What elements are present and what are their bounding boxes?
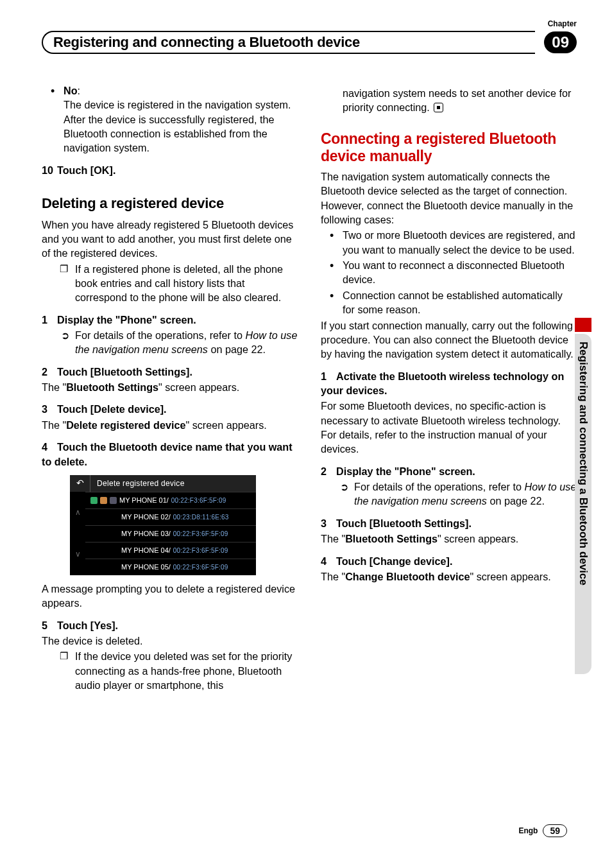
case-2: You want to reconnect a disconnected Blu…	[321, 258, 577, 287]
side-tab: Registering and connecting a Bluetooth d…	[575, 334, 591, 674]
step-1-sub-c: on page 22.	[208, 343, 266, 355]
title-bar: Registering and connecting a Bluetooth d…	[42, 31, 577, 54]
step-3-text: Touch [Delete device].	[57, 403, 167, 415]
ss-row-3-name: MY PHONE 03/	[121, 529, 171, 539]
ss-scroll: ∧ ∨	[70, 492, 85, 575]
title-bar-outline: Registering and connecting a Bluetooth d…	[42, 31, 535, 54]
ss-row-5-addr: 00:22:F3:6F:5F:09	[173, 563, 228, 572]
ss-row-2-addr: 00:23:D8:11:6E:63	[173, 513, 229, 522]
connect-intro: The navigation system automatically conn…	[321, 169, 577, 227]
page-footer: Engb 59	[518, 824, 567, 837]
delete-note: If a registered phone is deleted, all th…	[42, 262, 298, 305]
r4b: Change Bluetooth device	[345, 571, 470, 582]
page-number: 59	[543, 824, 567, 837]
content-columns: No: The device is registered in the navi…	[42, 83, 577, 803]
s3c: " screen appears.	[185, 419, 266, 431]
ss-title: Delete registered device	[90, 478, 185, 489]
s2c: " screen appears.	[158, 381, 239, 393]
ss-row-4-name: MY PHONE 04/	[121, 546, 171, 555]
step-10-text: Touch [OK].	[57, 164, 115, 176]
ss-row-3-addr: 00:22:F3:6F:5F:09	[173, 530, 228, 539]
r2c: on page 22.	[487, 495, 545, 507]
delete-intro: When you have already registered 5 Bluet…	[42, 218, 298, 261]
page: Chapter Registering and connecting a Blu…	[0, 0, 612, 868]
r3a: The "	[321, 533, 345, 544]
rstep-1-text: Activate the Bluetooth wireless technolo…	[321, 370, 564, 396]
ss-list: MY PHONE 01/00:22:F3:6F:5F:09 MY PHONE 0…	[85, 492, 256, 575]
r2a: For details of the operations, refer to	[354, 481, 524, 492]
audio-icon	[100, 497, 107, 504]
ss-body: ∧ ∨ MY PHONE 01/00:22:F3:6F:5F:09 MY PHO…	[70, 492, 256, 575]
ss-back-icon: ↶	[70, 475, 90, 492]
ss-row-5: MY PHONE 05/00:22:F3:6F:5F:09	[85, 559, 256, 575]
rstep-1: 1Activate the Bluetooth wireless technol…	[321, 369, 577, 398]
step-1-sub-a: For details of the operations, refer to	[75, 329, 245, 341]
rstep-2-text: Display the "Phone" screen.	[336, 465, 475, 477]
device-icon	[110, 497, 117, 504]
page-title: Registering and connecting a Bluetooth d…	[53, 34, 360, 51]
ss-row-4-addr: 00:22:F3:6F:5F:09	[173, 546, 228, 555]
rstep-3-after: The "Bluetooth Settings" screen appears.	[321, 532, 577, 546]
right-continuation: navigation system needs to set another d…	[321, 86, 577, 115]
ss-row-2: MY PHONE 02/00:23:D8:11:6E:63	[85, 508, 256, 525]
case-1: Two or more Bluetooth devices are regist…	[321, 228, 577, 257]
step-2-after: The "Bluetooth Settings" screen appears.	[42, 380, 298, 394]
no-item: No: The device is registered in the navi…	[42, 83, 298, 155]
chapter-number-pill: 09	[544, 31, 577, 53]
step-5-after: The device is deleted.	[42, 634, 298, 648]
footer-lang: Engb	[518, 826, 538, 835]
ss-row-5-name: MY PHONE 05/	[121, 562, 171, 572]
step-5-text: Touch [Yes].	[57, 620, 118, 631]
rstep-4: 4Touch [Change device].	[321, 554, 577, 568]
step-2: 2Touch [Bluetooth Settings].	[42, 365, 298, 379]
delete-device-screenshot: ↶ Delete registered device ∧ ∨ MY PHONE …	[70, 475, 256, 575]
no-text: The device is registered in the navigati…	[64, 98, 298, 155]
s3a: The "	[42, 419, 66, 431]
step-5: 5Touch [Yes].	[42, 618, 298, 632]
ss-header: ↶ Delete registered device	[70, 475, 256, 492]
rstep-2: 2Display the "Phone" screen.	[321, 464, 577, 478]
r3c: " screen appears.	[438, 533, 518, 544]
step-5-sub: If the device you deleted was set for th…	[42, 649, 298, 692]
ss-row-1-addr: 00:22:F3:6F:5F:09	[171, 496, 226, 505]
rstep-1-after: For some Bluetooth devices, no specific-…	[321, 399, 577, 456]
s2b: Bluetooth Settings	[66, 381, 158, 393]
rstep-4-after: The "Change Bluetooth device" screen app…	[321, 569, 577, 584]
connect-after-bullets: If you start connection manually, carry …	[321, 318, 577, 361]
ss-scroll-down-icon: ∨	[70, 534, 85, 575]
step-1-text: Display the "Phone" screen.	[57, 314, 196, 326]
s3b: Delete registered device	[66, 419, 185, 431]
heading-deleting: Deleting a registered device	[42, 194, 298, 213]
step-10: 10Touch [OK].	[42, 163, 298, 177]
rstep-4-text: Touch [Change device].	[336, 555, 452, 567]
no-bullet-list: No: The device is registered in the navi…	[42, 83, 298, 155]
ss-scroll-up-icon: ∧	[70, 492, 85, 534]
r4a: The "	[321, 571, 345, 582]
end-section-icon	[434, 103, 443, 112]
s2a: The "	[42, 381, 66, 393]
step-1-sub: For details of the operations, refer to …	[42, 328, 298, 357]
step-3: 3Touch [Delete device].	[42, 402, 298, 416]
r4c: " screen appears.	[470, 571, 550, 582]
connect-cases-list: Two or more Bluetooth devices are regist…	[321, 228, 577, 317]
side-tab-accent	[575, 318, 591, 332]
ss-row-1-name: MY PHONE 01/	[119, 496, 169, 505]
step-4: 4Touch the Bluetooth device name that yo…	[42, 440, 298, 469]
ss-row-3: MY PHONE 03/00:22:F3:6F:5F:09	[85, 525, 256, 542]
case-3: Connection cannot be established automat…	[321, 288, 577, 317]
step-4-text: Touch the Bluetooth device name that you…	[42, 441, 293, 467]
chapter-label: Chapter	[548, 19, 577, 28]
ss-row-1: MY PHONE 01/00:22:F3:6F:5F:09	[85, 492, 256, 508]
after-screenshot: A message prompting you to delete a regi…	[42, 582, 298, 611]
no-label: No	[64, 85, 78, 96]
ss-row-2-name: MY PHONE 02/	[121, 512, 171, 522]
rstep-3: 3Touch [Bluetooth Settings].	[321, 516, 577, 530]
heading-connecting: Connecting a registered Bluetooth device…	[321, 130, 577, 166]
r3b: Bluetooth Settings	[345, 533, 438, 544]
step-3-after: The "Delete registered device" screen ap…	[42, 418, 298, 432]
rstep-2-sub: For details of the operations, refer to …	[321, 480, 577, 508]
step-1: 1Display the "Phone" screen.	[42, 313, 298, 327]
rstep-3-text: Touch [Bluetooth Settings].	[336, 517, 472, 529]
phone-icon	[90, 497, 98, 504]
ss-row-4: MY PHONE 04/00:22:F3:6F:5F:09	[85, 542, 256, 559]
